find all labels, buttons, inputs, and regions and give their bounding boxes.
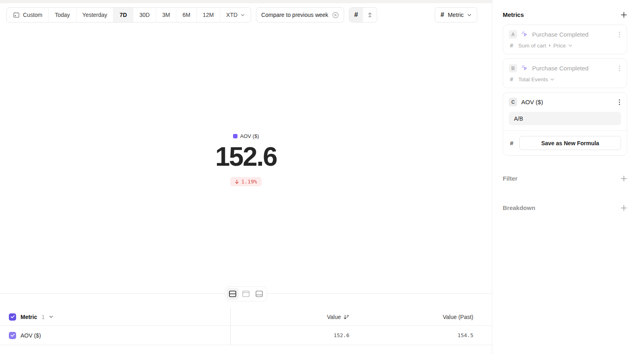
time-range-label: 30D	[139, 12, 150, 18]
time-range-label: Yesterday	[83, 12, 107, 18]
metric-measure-row: # Sum of cart Price	[509, 42, 621, 49]
layout-split-button[interactable]	[227, 288, 239, 300]
event-sparkle-cursor-icon	[521, 65, 528, 72]
metric-badge: B	[509, 64, 517, 72]
value-column-label: Value	[327, 314, 341, 320]
time-range-today[interactable]: Today	[48, 8, 76, 22]
time-range-group: Custom Today Yesterday 7D 30D 3M	[6, 7, 251, 23]
measure-property-label: Price	[553, 43, 566, 49]
time-range-yesterday[interactable]: Yesterday	[76, 8, 114, 22]
compare-chip[interactable]: Compare to previous week	[256, 7, 344, 23]
analytics-app: Custom Today Yesterday 7D 30D 3M	[0, 0, 644, 354]
main-canvas: Custom Today Yesterday 7D 30D 3M	[0, 3, 492, 354]
number-mode-button[interactable]: #	[349, 8, 363, 22]
legend-swatch	[233, 134, 237, 138]
chevron-down-icon	[568, 44, 572, 47]
hash-icon: #	[354, 11, 358, 19]
chevron-down-icon[interactable]	[49, 315, 53, 318]
table-row-metric-cell: AOV ($)	[0, 326, 231, 345]
time-range-custom[interactable]: Custom	[7, 8, 48, 22]
measure-selector[interactable]: Total Events	[518, 76, 555, 82]
formula-input[interactable]: A/B	[509, 112, 621, 125]
layout-bottom-icon	[256, 290, 263, 297]
metric-badge: A	[509, 30, 517, 39]
remove-compare-icon[interactable]	[332, 12, 339, 19]
add-breakdown-icon[interactable]	[621, 205, 627, 211]
metric-card-menu-icon[interactable]	[618, 64, 621, 72]
measure-label: Sum of cart	[518, 43, 546, 49]
display-mode-group: #	[349, 7, 377, 23]
goal-mode-button[interactable]	[363, 8, 377, 22]
metric-column-index: 1	[41, 314, 45, 320]
legend-label: AOV ($)	[240, 133, 259, 139]
measure-selector[interactable]: Sum of cart Price	[518, 43, 572, 49]
add-metric-icon[interactable]	[621, 12, 627, 18]
window-top-strip	[0, 0, 492, 3]
results-table: Metric 1 Value	[0, 308, 492, 345]
metric-card-a[interactable]: A Purchase Completed # Sum of	[503, 25, 627, 54]
metrics-title: Metrics	[503, 11, 524, 18]
metric-card-header: B Purchase Completed	[509, 64, 621, 72]
time-range-label: Today	[55, 12, 70, 18]
metric-dropdown-label: Metric	[448, 12, 464, 18]
calendar-icon	[13, 12, 20, 19]
time-range-label: 12M	[203, 12, 214, 18]
time-range-7d[interactable]: 7D	[113, 8, 133, 22]
big-number-value: 152.6	[215, 143, 277, 170]
metric-card-menu-icon[interactable]	[618, 31, 621, 39]
time-range-label: 7D	[120, 12, 127, 18]
layout-top-icon	[242, 290, 250, 297]
breakdown-title: Breakdown	[503, 204, 535, 211]
value-past-column-header[interactable]: Value (Past)	[349, 314, 473, 320]
select-all-checkbox[interactable]	[9, 313, 16, 321]
time-range-label: 6M	[182, 12, 190, 18]
hash-icon: #	[510, 76, 513, 82]
metric-card-b[interactable]: B Purchase Completed # Total E	[503, 58, 627, 88]
time-range-label: Custom	[23, 12, 42, 18]
table-header-metric-cell: Metric 1	[0, 308, 231, 325]
change-percent: 1.19%	[241, 179, 257, 185]
metric-badge: C	[509, 98, 517, 106]
event-sparkle-cursor-icon	[521, 31, 528, 38]
value-column-header[interactable]: Value	[231, 314, 349, 320]
table-header-row: Metric 1 Value	[0, 308, 492, 326]
filter-title: Filter	[503, 175, 518, 182]
arrow-down-icon	[235, 179, 239, 184]
metric-card-title: AOV ($)	[521, 99, 614, 105]
layout-switcher	[225, 286, 267, 301]
metric-dropdown-button[interactable]: # Metric	[435, 7, 477, 23]
time-range-12m[interactable]: 12M	[196, 8, 220, 22]
metric-card-menu-icon[interactable]	[618, 98, 621, 106]
metric-card-header: A Purchase Completed	[509, 30, 621, 39]
value-past-column-label: Value (Past)	[443, 314, 473, 320]
chevron-down-icon	[550, 78, 554, 81]
metric-card-title: Purchase Completed	[532, 31, 614, 38]
save-formula-button[interactable]: Save as New Formula	[519, 136, 621, 150]
compare-chip-label: Compare to previous week	[261, 12, 328, 18]
row-checkbox[interactable]	[9, 332, 16, 339]
time-range-xtd[interactable]: XTD	[220, 8, 251, 22]
add-filter-icon[interactable]	[621, 175, 627, 182]
layout-chart-only-button[interactable]	[240, 288, 252, 300]
formula-save-row: # Save as New Formula	[509, 136, 621, 150]
metric-card-header: C AOV ($)	[509, 98, 621, 106]
layout-table-only-button[interactable]	[253, 288, 266, 300]
hash-icon: #	[441, 11, 444, 19]
time-range-30d[interactable]: 30D	[133, 8, 156, 22]
table-row[interactable]: AOV ($) 152.6 154.5	[0, 326, 492, 345]
metric-card-c[interactable]: C AOV ($) A/B # Save as New Formula	[503, 92, 627, 156]
metric-column-label: Metric	[21, 314, 37, 320]
hash-icon: #	[510, 140, 513, 146]
row-value-past: 154.5	[349, 332, 473, 338]
row-value: 152.6	[231, 332, 349, 338]
metric-measure-row: # Total Events	[509, 76, 621, 82]
time-range-6m[interactable]: 6M	[176, 8, 196, 22]
chevron-down-icon	[467, 14, 471, 16]
measure-label: Total Events	[518, 76, 548, 82]
row-metric-name: AOV ($)	[21, 332, 41, 339]
goal-arrow-icon	[367, 12, 373, 18]
breakdown-section-header: Breakdown	[503, 204, 627, 211]
card-separator	[503, 130, 627, 131]
time-range-3m[interactable]: 3M	[156, 8, 176, 22]
breadcrumb-arrow-icon	[549, 44, 551, 47]
